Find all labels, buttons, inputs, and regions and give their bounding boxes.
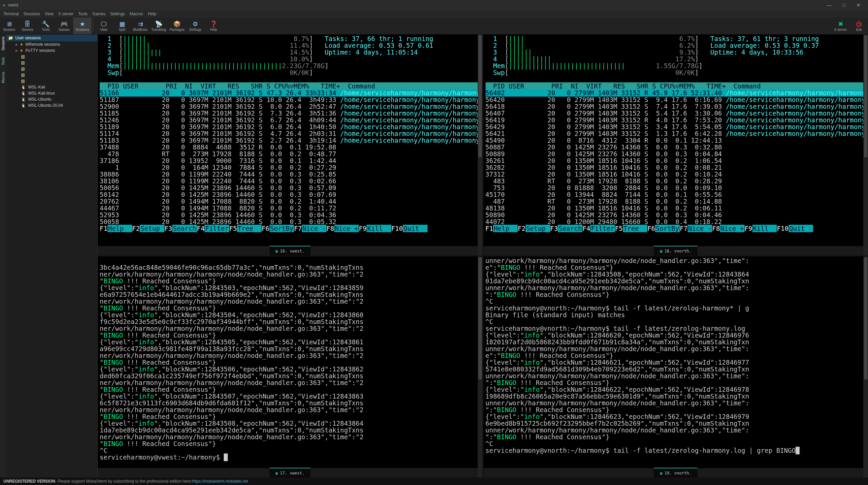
pane-tabbar: ▣18. vnorth. xyxy=(484,246,868,256)
toolbar-x-server[interactable]: ✖X server xyxy=(831,18,850,34)
scroll-thumb[interactable] xyxy=(478,35,482,157)
window-close[interactable]: ✕ xyxy=(852,2,865,8)
tunneling-icon: 📡 xyxy=(155,20,162,28)
tree-putty-icon-row[interactable]: ▧ xyxy=(6,72,97,78)
toolbar-sessions[interactable]: ★Sessions xyxy=(73,18,92,34)
x server-icon: ✖ xyxy=(838,20,843,28)
window-maximize[interactable]: □ xyxy=(837,2,851,8)
tree-root[interactable]: 📁 User sessions xyxy=(6,35,97,41)
putty-icon: ▧ xyxy=(21,66,25,71)
menu-macros[interactable]: Macros xyxy=(130,12,143,16)
toolbar-session[interactable]: 🖥Session xyxy=(0,18,18,34)
scrollbar[interactable] xyxy=(478,257,482,478)
scroll-thumb[interactable] xyxy=(864,35,867,157)
games-icon: 🎮 xyxy=(60,20,68,28)
tree-putty-icon-row[interactable]: ▧ xyxy=(6,78,97,84)
menu-terminal[interactable]: Terminal xyxy=(3,12,19,16)
pane-tab[interactable]: ▣18. vnorth. xyxy=(654,246,697,256)
toolbar-view[interactable]: 🖵View xyxy=(95,18,113,34)
menu-help[interactable]: Help xyxy=(148,12,156,16)
putty-icon: ▧ xyxy=(21,79,25,83)
tree-session-wsl-ubuntu[interactable]: 🐧WSL-Ubuntu xyxy=(6,96,97,102)
terminal-pane-1[interactable]: 1 [|||| 6.7%] Tasks: 37, 61 thr; 3 runni… xyxy=(484,35,868,256)
settings-icon: ⚙ xyxy=(193,20,198,28)
tree-putty-icon-row[interactable]: ▧ xyxy=(6,60,97,66)
pane-tabbar: ▣17. vwest. xyxy=(98,468,482,478)
scroll-thumb[interactable] xyxy=(864,257,867,379)
toolbar: 🖥Session🗄Servers🔧Tools🎮Games★Sessions🖵Vi… xyxy=(0,18,868,35)
split-icon: ▦ xyxy=(119,20,125,28)
terminal-pane-3[interactable]: unner/work/harmony/harmony/harmony/node/… xyxy=(484,257,868,478)
terminal-body[interactable]: 1 [|||||| 8.7%] Tasks: 37, 66 thr; 1 run… xyxy=(98,35,482,246)
pane-tab[interactable]: ▣17. vwest. xyxy=(270,468,311,478)
app-icon: ● xyxy=(3,3,5,7)
terminal-pane-2[interactable]: 3bc4a42e56ac848e59046fe90c96ac65db77a3c"… xyxy=(98,257,482,478)
toolbar-servers[interactable]: 🗄Servers xyxy=(18,18,37,34)
tree-session-wsl-ubuntu-20-04[interactable]: 🐧WSL-Ubuntu-20.04 xyxy=(6,102,97,108)
window-title: vwest xyxy=(8,3,18,7)
putty-icon: ▧ xyxy=(21,73,25,77)
toolbar-exit[interactable]: ⏻Exit xyxy=(850,18,868,34)
tree-group-putty-sessions[interactable]: ▸★PuTTY sessions xyxy=(6,47,97,54)
toolbar-packages[interactable]: 📦Packages xyxy=(168,18,186,34)
toolbar-multiexec[interactable]: ⇉MultiExec xyxy=(131,18,150,34)
pane-tab[interactable]: ▣19. vnorth. xyxy=(654,468,697,478)
packages-icon: 📦 xyxy=(173,20,181,28)
sidetab-macros[interactable]: Macros xyxy=(1,72,5,83)
tree-session-wsl-kali-linux[interactable]: 🐧WSL-Kali-linux xyxy=(6,90,97,96)
status-link[interactable]: https://mobaxterm.mobatek.net xyxy=(192,479,248,484)
menu-view[interactable]: View xyxy=(45,12,54,16)
tree-putty-icon-row[interactable]: ▧ xyxy=(6,54,97,60)
putty-icon: ▧ xyxy=(21,54,25,59)
sessions-icon: ★ xyxy=(80,20,85,28)
tools-icon: 🔧 xyxy=(42,20,50,28)
sidetab-sessions[interactable]: Sessions xyxy=(1,37,5,50)
view-icon: 🖵 xyxy=(101,20,107,28)
tree-group-mremote-sessions[interactable]: ▸★MRemote sessions xyxy=(6,41,97,47)
penguin-icon: 🐧 xyxy=(21,97,26,102)
terminal-icon: ▣ xyxy=(660,248,662,255)
menu-sessions[interactable]: Sessions xyxy=(23,12,40,16)
pane-tab[interactable]: ▣16. vwest. xyxy=(270,246,311,256)
penguin-icon: 🐧 xyxy=(21,103,26,108)
scrollbar[interactable] xyxy=(478,35,482,256)
pane-tabbar: ▣16. vwest. xyxy=(98,246,482,256)
status-message: - Please support MobaXterm by subscribin… xyxy=(55,479,192,484)
menubar: TerminalSessionsViewX serverToolsGamesSe… xyxy=(0,10,868,18)
terminal-body[interactable]: 1 [|||| 6.7%] Tasks: 37, 61 thr; 3 runni… xyxy=(484,35,868,246)
menu-tools[interactable]: Tools xyxy=(78,12,88,16)
terminal-body[interactable]: 3bc4a42e56ac848e59046fe90c96ac65db77a3c"… xyxy=(98,257,482,468)
scrollbar[interactable] xyxy=(863,257,868,478)
terminal-icon: ▣ xyxy=(276,248,278,255)
sidetab-tools[interactable]: Tools xyxy=(1,57,5,65)
tree-putty-icon-row[interactable]: ▧ xyxy=(6,66,97,72)
star-icon: ★ xyxy=(20,48,23,53)
toolbar-tools[interactable]: 🔧Tools xyxy=(37,18,55,34)
toolbar-settings[interactable]: ⚙Settings xyxy=(186,18,204,34)
session-icon: 🖥 xyxy=(6,20,12,28)
toolbar-split[interactable]: ▦Split xyxy=(113,18,131,34)
terminal-body[interactable]: unner/work/harmony/harmony/harmony/node/… xyxy=(484,257,868,468)
tree-root-label: User sessions xyxy=(15,36,41,40)
toolbar-tunneling[interactable]: 📡Tunneling xyxy=(150,18,168,34)
terminal-pane-0[interactable]: 1 [|||||| 8.7%] Tasks: 37, 66 thr; 1 run… xyxy=(98,35,482,256)
sessions-tree: 📁 User sessions ▸★MRemote sessions▸★PuTT… xyxy=(6,35,98,478)
menu-games[interactable]: Games xyxy=(93,12,106,16)
scroll-thumb[interactable] xyxy=(478,257,482,379)
unregistered-label: UNREGISTERED VERSION xyxy=(3,479,55,484)
menu-settings[interactable]: Settings xyxy=(110,12,125,16)
window-titlebar: ● vwest — □ ✕ xyxy=(0,0,868,10)
scrollbar[interactable] xyxy=(863,35,868,256)
star-icon: ★ xyxy=(20,42,23,47)
folder-icon: 📁 xyxy=(8,36,13,40)
terminal-icon: ▣ xyxy=(660,470,662,477)
terminal-icon: ▣ xyxy=(276,470,278,477)
window-minimize[interactable]: — xyxy=(822,2,836,8)
menu-x-server[interactable]: X server xyxy=(58,12,74,16)
servers-icon: 🗄 xyxy=(24,20,31,28)
toolbar-games[interactable]: 🎮Games xyxy=(55,18,73,34)
toolbar-help[interactable]: ❓Help xyxy=(204,18,223,34)
penguin-icon: 🐧 xyxy=(21,85,26,89)
pane-tabbar: ▣19. vnorth. xyxy=(484,468,868,478)
tree-session-wsl-kali[interactable]: 🐧WSL-Kali xyxy=(6,84,97,90)
